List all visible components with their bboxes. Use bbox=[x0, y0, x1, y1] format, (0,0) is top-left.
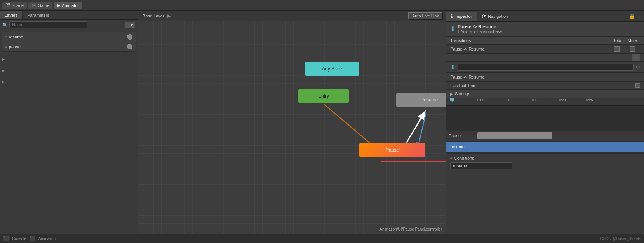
breadcrumb: Base Layer bbox=[141, 14, 166, 18]
param-icon-pause: ≡ bbox=[5, 45, 7, 49]
mute-checkbox[interactable] bbox=[630, 46, 635, 52]
auto-live-link-button[interactable]: Auto Live Link bbox=[408, 12, 443, 20]
transition-detail-input[interactable] bbox=[458, 64, 634, 71]
center-header: Base Layer ▶ Auto Live Link bbox=[138, 11, 446, 21]
marker-3: 0:15 bbox=[532, 98, 539, 102]
animator-icon: ▶ bbox=[57, 3, 60, 7]
search-input[interactable] bbox=[9, 21, 87, 28]
has-exit-time-label: Has Exit Time bbox=[450, 83, 635, 88]
bottom-bar: ⬛ Console ⬛ Animation CSDN @Baker_Street… bbox=[0, 234, 644, 243]
transition-row[interactable]: Pause -> Resume bbox=[446, 45, 644, 54]
add-param-button[interactable]: +▾ bbox=[125, 22, 135, 28]
detail-name-row: Pause -> Resume bbox=[446, 73, 644, 82]
tab-game[interactable]: 🎮 Game bbox=[28, 2, 52, 9]
remove-transition-button[interactable]: − bbox=[632, 54, 640, 61]
state-resume-label: Resume bbox=[421, 97, 438, 103]
tab-scene[interactable]: 🎬 Scene bbox=[2, 2, 27, 9]
inspector-subtitle: 1 AnimatorTransitionBase bbox=[458, 30, 502, 34]
transition-row-name: Pause -> Resume bbox=[450, 47, 609, 51]
settings-label: Settings bbox=[455, 91, 470, 96]
solo-checkbox[interactable] bbox=[614, 46, 620, 52]
state-resume[interactable]: Resume bbox=[396, 93, 446, 107]
collapse-arrow-2[interactable]: ▶ bbox=[2, 68, 138, 73]
animator-canvas[interactable]: Any State Entry Resume Pause Animation/U… bbox=[138, 21, 446, 234]
canvas-svg bbox=[138, 21, 446, 234]
state-entry-label: Entry bbox=[318, 93, 329, 99]
conditions-icon: ≡ bbox=[450, 156, 453, 161]
param-name-pause: pause bbox=[9, 44, 127, 49]
left-tab-layers[interactable]: Layers bbox=[0, 11, 23, 19]
console-label[interactable]: Console bbox=[12, 236, 26, 241]
tab-animator[interactable]: ▶ Animator bbox=[54, 2, 82, 9]
tab-animator-label: Animator bbox=[62, 3, 79, 8]
animation-label[interactable]: Animation bbox=[38, 236, 56, 241]
lock-icon[interactable]: 🔒 bbox=[629, 13, 635, 19]
gear-icon[interactable]: ⚙ bbox=[636, 65, 640, 70]
top-bar: 🎬 Scene 🎮 Game ▶ Animator bbox=[0, 0, 644, 11]
status-text: Animation/UI/Pause Panel.controller bbox=[379, 227, 442, 231]
tab-scene-label: Scene bbox=[12, 3, 24, 8]
more-icon[interactable]: ⋮ bbox=[637, 13, 642, 19]
param-name-resume: resume bbox=[9, 35, 127, 39]
param-toggle-pause[interactable] bbox=[127, 44, 132, 49]
solo-label: Solo bbox=[609, 38, 625, 43]
watermark: CSDN @Baker_Streets bbox=[600, 236, 641, 241]
state-any-label: Any State bbox=[322, 66, 342, 72]
track-pause-bar bbox=[477, 132, 552, 139]
right-tab-inspector[interactable]: ℹ Inspector bbox=[446, 12, 477, 21]
state-pause[interactable]: Pause bbox=[359, 143, 425, 157]
param-toggle-resume[interactable] bbox=[127, 34, 132, 40]
state-pause-label: Pause bbox=[386, 147, 399, 153]
game-icon: 🎮 bbox=[31, 3, 36, 7]
condition-select[interactable]: resume bbox=[450, 162, 512, 169]
marker-1: 0:05 bbox=[477, 98, 484, 102]
tab-game-label: Game bbox=[38, 3, 49, 8]
inspector-title: Pause -> Resume bbox=[458, 24, 502, 30]
left-panel: Layers Parameters 🔍 +▾ ≡ resume ≡ pause bbox=[0, 11, 138, 234]
inspector-title-row: ⬇ Pause -> Resume 1 AnimatorTransitionBa… bbox=[446, 22, 644, 37]
center-panel: Base Layer ▶ Auto Live Link bbox=[138, 11, 446, 234]
track-resume-label: Resume bbox=[446, 144, 477, 149]
left-tab-parameters[interactable]: Parameters bbox=[23, 11, 54, 19]
inspector-content: ⬇ Pause -> Resume 1 AnimatorTransitionBa… bbox=[446, 22, 644, 234]
conditions-section: ≡ Conditions resume bbox=[446, 154, 644, 171]
marker-2: 0:10 bbox=[505, 98, 512, 102]
param-item-pause[interactable]: ≡ pause bbox=[2, 42, 136, 52]
track-resume-bar bbox=[477, 143, 644, 150]
collapse-arrow-1[interactable]: ▶ bbox=[2, 57, 138, 62]
state-entry[interactable]: Entry bbox=[298, 89, 349, 103]
timeline-tracks: Pause Resume bbox=[446, 129, 644, 154]
marker-4: 0:20 bbox=[559, 98, 566, 102]
has-exit-checkbox[interactable] bbox=[635, 83, 640, 88]
state-any-state[interactable]: Any State bbox=[305, 62, 359, 76]
conditions-header: ≡ Conditions bbox=[450, 156, 640, 161]
param-item-resume[interactable]: ≡ resume bbox=[2, 32, 136, 42]
track-resume: Resume bbox=[446, 142, 644, 152]
search-bar: 🔍 +▾ bbox=[0, 20, 138, 30]
detail-transition-icon: ⬇ bbox=[450, 63, 455, 71]
animation-icon: ⬛ bbox=[30, 236, 35, 241]
right-corner-buttons: 🔒 ⋮ bbox=[627, 13, 644, 19]
navigation-icon: 🗺 bbox=[482, 14, 486, 19]
settings-arrow-icon: ▶ bbox=[450, 92, 453, 96]
inspector-tab-label: Inspector bbox=[454, 14, 472, 19]
left-tabs: Layers Parameters bbox=[0, 11, 138, 20]
mute-label: Mute bbox=[625, 38, 640, 43]
transition-icon: ⬇ bbox=[450, 25, 455, 33]
timeline-container: 0:00 0:05 0:10 0:15 0:20 0:25 Pause bbox=[446, 98, 644, 154]
right-panel: ℹ Inspector 🗺 Navigation 🔒 ⋮ ⬇ Pause -> … bbox=[446, 11, 644, 234]
condition-row: resume bbox=[450, 162, 640, 169]
search-icon: 🔍 bbox=[2, 23, 8, 28]
timeline-ruler: 0:00 0:05 0:10 0:15 0:20 0:25 bbox=[446, 98, 644, 106]
navigation-tab-label: Navigation bbox=[488, 14, 508, 19]
timeline-graph-area bbox=[446, 106, 644, 129]
param-icon-resume: ≡ bbox=[5, 35, 7, 39]
track-pause-label: Pause bbox=[446, 133, 477, 138]
inspector-icon: ℹ bbox=[451, 14, 453, 19]
track-pause-bar-area bbox=[477, 131, 644, 141]
transitions-header: Transitions Solo Mute bbox=[446, 37, 644, 45]
right-tab-navigation[interactable]: 🗺 Navigation bbox=[477, 12, 513, 21]
settings-row[interactable]: ▶ Settings bbox=[446, 90, 644, 98]
collapse-arrow-3[interactable]: ▶ bbox=[2, 79, 138, 84]
transitions-label: Transitions bbox=[450, 38, 609, 43]
